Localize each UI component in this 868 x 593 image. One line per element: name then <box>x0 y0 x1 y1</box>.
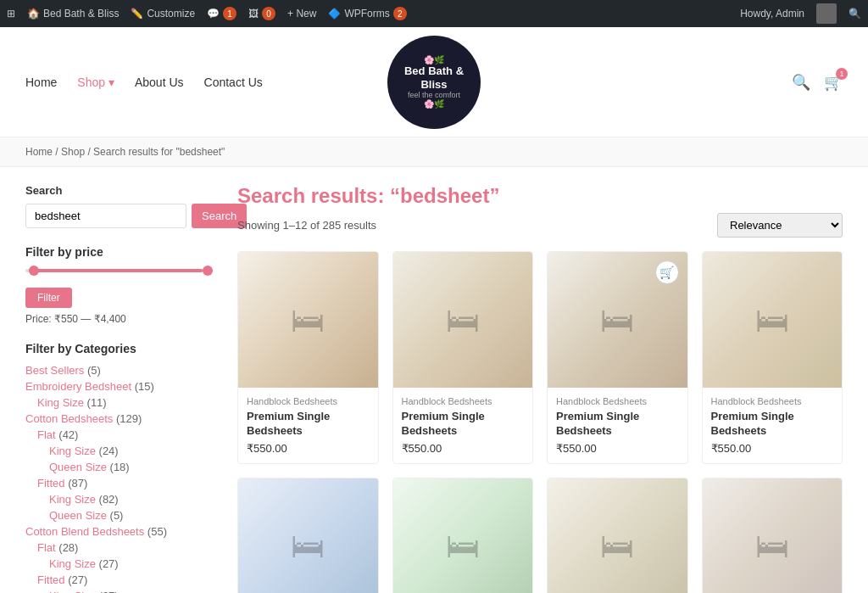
wpforms-link[interactable]: 🔷 WPForms 2 <box>328 7 406 20</box>
filter-button[interactable]: Filter <box>25 288 72 308</box>
product-image-6: 🛏 <box>548 478 687 593</box>
top-nav: Home Shop ▾ About Us Contact Us 🌸🌿 Bed B… <box>0 27 868 137</box>
new-link[interactable]: + New <box>287 8 316 20</box>
site-logo: 🌸🌿 Bed Bath & Bliss feel the comfort 🌸🌿 <box>387 36 481 129</box>
product-image-3: 🛏 <box>703 252 843 388</box>
price-range-fill <box>29 269 203 272</box>
admin-bar: ⊞ 🏠 Bed Bath & Bliss ✏️ Customize 💬 1 🖼 … <box>0 0 868 27</box>
product-image-7: 🛏 <box>703 478 843 593</box>
product-price-1: ₹550.00 <box>402 442 525 455</box>
nav-shop[interactable]: Shop ▾ <box>77 76 114 89</box>
price-range-track[interactable] <box>25 269 212 272</box>
category-link-0[interactable]: Best Sellers <box>25 364 84 377</box>
site-name-label: Bed Bath & Bliss <box>43 8 119 20</box>
cart-icon[interactable]: 🛒 1 <box>824 73 843 92</box>
category-link-2[interactable]: King Size <box>37 396 84 409</box>
category-item: King Size (27) <box>25 590 212 593</box>
wp-logo[interactable]: ⊞ <box>7 8 15 20</box>
media-link[interactable]: 🖼 0 <box>248 7 275 20</box>
category-link-3[interactable]: Cotton Bedsheets <box>25 412 113 425</box>
category-link-13[interactable]: Fitted <box>37 573 65 586</box>
product-image-4: 🛏 <box>238 478 378 593</box>
product-name-2: Premium Single Bedsheets <box>556 410 679 439</box>
howdy-text: Howdy, Admin <box>740 8 804 20</box>
category-link-11[interactable]: Flat <box>37 541 56 554</box>
results-bar: Showing 1–12 of 285 results RelevancePop… <box>237 213 843 238</box>
product-card: 🛏 🛒 Handblock Bedsheets Premium Single B… <box>547 251 688 464</box>
nav-home[interactable]: Home <box>25 76 57 89</box>
category-item: King Size (11) <box>25 396 212 409</box>
product-grid: 🛏 Handblock Bedsheets Premium Single Bed… <box>237 251 843 593</box>
product-category-3: Handblock Bedsheets <box>711 396 834 406</box>
comments-link[interactable]: 💬 1 <box>207 7 236 20</box>
product-image-1: 🛏 <box>393 252 533 388</box>
breadcrumb-home[interactable]: Home <box>25 146 53 158</box>
product-name-1: Premium Single Bedsheets <box>402 410 525 439</box>
product-info-0: Handblock Bedsheets Premium Single Bedsh… <box>238 388 378 463</box>
site-name-admin[interactable]: 🏠 Bed Bath & Bliss <box>27 8 119 20</box>
category-item: Cotton Blend Bedsheets (55) <box>25 525 212 538</box>
product-image-5: 🛏 <box>393 478 533 593</box>
category-link-5[interactable]: King Size <box>49 445 96 457</box>
search-heading: Search results: “bedsheet” <box>237 184 843 208</box>
logo-circle: 🌸🌿 Bed Bath & Bliss feel the comfort 🌸🌿 <box>387 36 481 129</box>
search-label: Search <box>25 184 212 197</box>
filter-categories-title: Filter by Categories <box>25 342 212 355</box>
product-category-1: Handblock Bedsheets <box>402 396 525 406</box>
breadcrumb: Home / Shop / Search results for "bedshe… <box>0 137 868 167</box>
add-to-cart-button-2[interactable]: 🛒 <box>655 260 679 284</box>
category-link-7[interactable]: Fitted <box>37 477 65 490</box>
main-nav: Home Shop ▾ About Us Contact Us <box>25 76 263 89</box>
category-item: Embroidery Bedsheet (15) <box>25 380 212 393</box>
product-info-3: Handblock Bedsheets Premium Single Bedsh… <box>703 388 843 463</box>
product-name-3: Premium Single Bedsheets <box>711 410 834 439</box>
category-item: Fitted (87) <box>25 477 212 490</box>
admin-avatar[interactable] <box>816 3 837 24</box>
breadcrumb-shop[interactable]: Shop <box>61 146 85 158</box>
results-count: Showing 1–12 of 285 results <box>237 219 376 232</box>
category-item: King Size (82) <box>25 493 212 506</box>
price-handle-min[interactable] <box>29 266 39 276</box>
filter-categories-section: Filter by Categories Best Sellers (5)Emb… <box>25 342 212 593</box>
nav-contact[interactable]: Contact Us <box>204 76 263 89</box>
category-link-8[interactable]: King Size <box>49 493 96 506</box>
cart-badge: 1 <box>836 68 848 80</box>
category-link-6[interactable]: Queen Size <box>49 461 107 473</box>
nav-icons: 🔍 🛒 1 <box>792 73 843 92</box>
search-admin-icon[interactable]: 🔍 <box>849 8 861 20</box>
category-link-12[interactable]: King Size <box>49 557 96 570</box>
main-content: Search results: “bedsheet” Showing 1–12 … <box>237 184 843 593</box>
product-name-0: Premium Single Bedsheets <box>247 410 370 439</box>
category-link-9[interactable]: Queen Size <box>49 509 107 522</box>
product-card: 🛏 Handblock Bedsheets Premium Single Bed… <box>547 478 688 593</box>
nav-about[interactable]: About Us <box>135 76 184 89</box>
breadcrumb-current: Search results for "bedsheet" <box>93 146 225 158</box>
category-item: King Size (24) <box>25 445 212 457</box>
filter-price-section: Filter by price Filter Price: ₹550 — ₹4,… <box>25 245 212 325</box>
product-card: 🛏 Handblock Bedsheets Premium Single Bed… <box>702 478 843 593</box>
category-link-4[interactable]: Flat <box>37 428 56 441</box>
search-input[interactable] <box>25 204 186 228</box>
customize-link[interactable]: ✏️ Customize <box>131 8 195 20</box>
product-category-2: Handblock Bedsheets <box>556 396 679 406</box>
price-handle-max[interactable] <box>203 266 213 276</box>
product-card: 🛏 Handblock Bedsheets Premium Single Bed… <box>702 251 843 464</box>
product-category-0: Handblock Bedsheets <box>247 396 370 406</box>
sort-select[interactable]: RelevancePopularityAverage RatingLatestP… <box>717 213 843 238</box>
category-link-14[interactable]: King Size <box>49 590 96 593</box>
category-item: Flat (42) <box>25 428 212 441</box>
product-card: 🛏 Handblock Bedsheets Premium Single Bed… <box>392 251 534 464</box>
search-icon[interactable]: 🔍 <box>792 73 810 92</box>
product-info-1: Handblock Bedsheets Premium Single Bedsh… <box>393 388 533 463</box>
product-card: 🛏 Handblock Bedsheets Premium Single Bed… <box>237 251 379 464</box>
category-link-10[interactable]: Cotton Blend Bedsheets <box>25 525 144 538</box>
search-box: Search <box>25 204 212 228</box>
category-item: Flat (28) <box>25 541 212 554</box>
category-link-1[interactable]: Embroidery Bedsheet <box>25 380 131 393</box>
product-price-2: ₹550.00 <box>556 442 679 455</box>
category-item: Queen Size (5) <box>25 509 212 522</box>
product-image-0: 🛏 <box>238 252 378 388</box>
category-item: Fitted (27) <box>25 573 212 586</box>
product-card: 🛏 Handblock Bedsheets Premium Single Bed… <box>392 478 534 593</box>
search-section: Search Search <box>25 184 212 228</box>
